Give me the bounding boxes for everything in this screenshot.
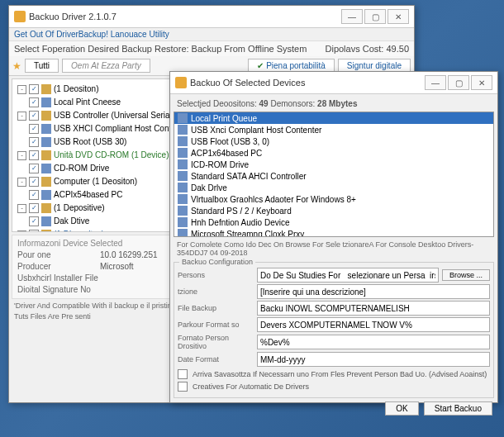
tree-checkbox[interactable] bbox=[29, 150, 39, 160]
device-icon bbox=[178, 125, 188, 135]
tree-checkbox[interactable] bbox=[29, 97, 39, 107]
list-item[interactable]: USB Xnci Complant Host Contenter bbox=[174, 124, 493, 135]
device-icon bbox=[178, 217, 188, 227]
list-item[interactable]: Microsoft Streamng Cloxk Prxy bbox=[174, 228, 493, 237]
file-label: File Backup bbox=[178, 304, 254, 312]
tree-checkbox[interactable] bbox=[29, 164, 39, 173]
overwrite-label: Arriva Savasottza If Necessarn uno From … bbox=[193, 370, 487, 378]
selection-info: Selectjed Deoositons: 49 Demonsors: 28 M… bbox=[174, 97, 494, 110]
list-item-label: Microsoft Streamng Cloxk Prxy bbox=[191, 230, 304, 238]
tree-checkbox[interactable] bbox=[29, 111, 39, 121]
expand-icon[interactable]: - bbox=[17, 204, 26, 213]
list-item[interactable]: Local Print Queue bbox=[174, 112, 493, 124]
backup-dialog: Backuo Of Selected Devices — ▢ ✕ Selectj… bbox=[169, 71, 498, 403]
maximize-button[interactable]: ▢ bbox=[364, 9, 386, 24]
tree-checkbox[interactable] bbox=[29, 177, 39, 187]
list-item-label: ICD-ROM Drive bbox=[191, 160, 249, 169]
tree-label: Unità DVD CD-ROM (1 Device) bbox=[54, 150, 169, 161]
device-icon bbox=[178, 194, 188, 204]
titlebar: Backuo Driver 2.1.0.7 — ▢ ✕ bbox=[9, 6, 414, 28]
device-icon bbox=[178, 159, 188, 169]
operation-bar: Select Foperation Desired Backup Restore… bbox=[9, 41, 414, 56]
tree-label: Local Pint Cneese bbox=[54, 97, 121, 108]
folder-icon bbox=[41, 111, 51, 121]
dialog-icon bbox=[175, 77, 187, 88]
tree-checkbox[interactable] bbox=[29, 230, 39, 232]
file-input[interactable] bbox=[257, 301, 490, 316]
list-item-label: ACP1x64based PC bbox=[191, 149, 262, 158]
list-item[interactable]: Vlrtualbox Graohlcs Adaoter For Windows … bbox=[174, 193, 493, 205]
ok-button[interactable]: OK bbox=[385, 401, 418, 416]
list-item[interactable]: ACP1x64based PC bbox=[174, 147, 493, 159]
list-item[interactable]: USB Floot (USB 3, 0) bbox=[174, 135, 493, 147]
device-list[interactable]: Local Print QueueUSB Xnci Complant Host … bbox=[174, 112, 494, 237]
date-input[interactable] bbox=[257, 352, 490, 367]
parkour-input[interactable] bbox=[257, 317, 490, 332]
persons-label: Persons bbox=[178, 271, 254, 279]
tree-label: (1 Depositive) bbox=[54, 202, 105, 214]
device-icon bbox=[178, 206, 188, 216]
list-item-label: Standard SATA AHCI Controller bbox=[191, 172, 307, 181]
tree-checkbox[interactable] bbox=[29, 190, 39, 200]
dialog-minimize-button[interactable]: — bbox=[425, 75, 446, 90]
list-item[interactable]: Standard PS / 2 / Keyboard bbox=[174, 205, 493, 216]
browse-button[interactable]: Browse ... bbox=[442, 269, 490, 281]
format-label: Fornato Person Drositivo bbox=[178, 334, 254, 350]
list-item-label: Hnh Defntion Audio Device bbox=[191, 218, 290, 227]
expand-icon[interactable]: - bbox=[17, 178, 26, 187]
folder-icon bbox=[41, 203, 51, 213]
parkour-label: Parkour Format so bbox=[178, 321, 254, 329]
folder-icon bbox=[41, 177, 51, 187]
expand-icon[interactable]: - bbox=[17, 151, 26, 160]
overwrite-checkbox[interactable] bbox=[178, 369, 188, 379]
list-item-label: USB Floot (USB 3, 0) bbox=[191, 137, 269, 146]
list-item-label: Vlrtualbox Graohlcs Adaoter For Windows … bbox=[191, 195, 356, 204]
device-icon bbox=[41, 164, 51, 173]
tree-label: USB Root (USB 30) bbox=[54, 136, 126, 148]
dialog-maximize-button[interactable]: ▢ bbox=[448, 75, 469, 90]
folder-icon bbox=[41, 150, 51, 160]
format-input[interactable] bbox=[257, 335, 490, 349]
device-icon bbox=[41, 190, 51, 200]
operation-label: Select Foperation Desired Backup Restore… bbox=[14, 44, 307, 54]
expand-icon[interactable]: - bbox=[17, 112, 26, 121]
device-icon bbox=[41, 124, 51, 134]
oem-button[interactable]: Oem At Ezza Party bbox=[62, 59, 150, 73]
folder-icon bbox=[41, 230, 51, 232]
tree-checkbox[interactable] bbox=[29, 124, 39, 134]
list-item-label: Standard PS / 2 / Keyboard bbox=[191, 207, 292, 216]
expand-icon[interactable]: - bbox=[17, 230, 26, 233]
tree-checkbox[interactable] bbox=[29, 203, 39, 213]
list-item-label: USB Xnci Complant Host Contenter bbox=[191, 126, 321, 135]
config-group: Backuo Configuration Persons Browse ... … bbox=[174, 262, 494, 398]
list-item[interactable]: Hnh Defntion Audio Device bbox=[174, 216, 493, 228]
start-backup-button[interactable]: Start Backuo bbox=[424, 401, 492, 416]
menu-bar[interactable]: Get Out Of DriverBackup! Lanouace Utilit… bbox=[9, 28, 414, 41]
minimize-button[interactable]: — bbox=[341, 9, 363, 24]
auto-checkbox[interactable] bbox=[178, 382, 188, 392]
star-icon[interactable]: ★ bbox=[12, 60, 21, 72]
folder-icon bbox=[41, 84, 51, 94]
date-label: Date Format bbox=[178, 355, 254, 363]
tzione-label: tzione bbox=[178, 287, 254, 296]
cost-label: Dipolavs Cost: 49.50 bbox=[326, 44, 410, 54]
tutti-button[interactable]: Tutti bbox=[25, 59, 59, 73]
window-title: Backuo Driver 2.1.0.7 bbox=[29, 12, 341, 21]
list-item[interactable]: Dak Drlve bbox=[174, 182, 493, 193]
app-icon bbox=[14, 11, 26, 22]
device-icon bbox=[41, 137, 51, 147]
device-icon bbox=[41, 216, 51, 226]
tree-checkbox[interactable] bbox=[29, 84, 39, 94]
dialog-close-button[interactable]: ✕ bbox=[471, 75, 492, 90]
tree-checkbox[interactable] bbox=[29, 137, 39, 147]
list-item-label: Local Print Queue bbox=[191, 114, 257, 123]
description-input[interactable] bbox=[257, 284, 490, 299]
tree-label: (1 Dispositvn) bbox=[54, 229, 104, 232]
close-button[interactable]: ✕ bbox=[388, 9, 409, 24]
list-item[interactable]: Standard SATA AHCI Controller bbox=[174, 170, 493, 182]
persons-input[interactable] bbox=[257, 268, 439, 283]
list-item[interactable]: ICD-ROM Drive bbox=[174, 159, 493, 170]
dialog-title: Backuo Of Selected Devices bbox=[190, 78, 425, 88]
tree-checkbox[interactable] bbox=[29, 216, 39, 226]
expand-icon[interactable]: - bbox=[17, 85, 26, 94]
